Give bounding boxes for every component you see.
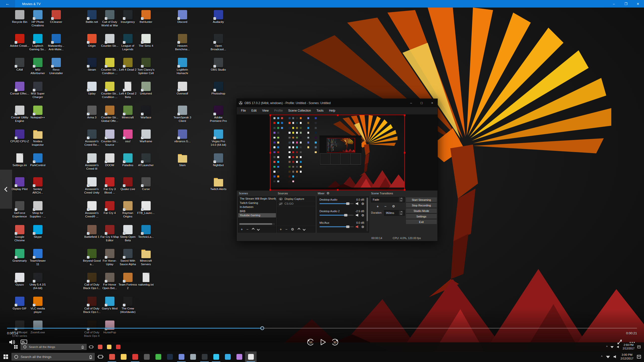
stop-recording-button[interactable]: Stop Recording — [406, 203, 437, 208]
skip-back-10-button[interactable]: 10 — [306, 338, 315, 346]
obs-menu-help[interactable]: Help — [326, 107, 338, 114]
desktop-icon[interactable]: ↗theHunter — [136, 10, 156, 24]
capture-resize-handle[interactable] — [269, 189, 271, 191]
desktop-icon[interactable]: ↗Call of Duty World at War — [100, 10, 119, 27]
close-button[interactable]: ✕ — [632, 0, 644, 8]
desktop-icon[interactable]: ↗Malwareby... Anti-Malw... — [46, 34, 66, 51]
taskbar-search-box[interactable]: Search all the things — [12, 353, 95, 360]
capture-resize-handle[interactable] — [404, 114, 406, 116]
speaker-icon[interactable] — [356, 214, 359, 217]
desktop-icon[interactable]: ↗Counter-Str... Source — [100, 129, 119, 147]
desktop-icon[interactable]: ↗Sword With Sauce Alpha — [118, 249, 138, 266]
source-item[interactable]: CS:GO — [277, 201, 315, 206]
taskbar-app-chrome[interactable] — [106, 351, 118, 362]
desktop-icon[interactable]: ↗Gyazo — [10, 273, 29, 287]
taskbar-app-discord[interactable] — [176, 351, 187, 362]
scene-item[interactable]: Twitch Gaming — [238, 201, 276, 205]
capture-resize-handle[interactable] — [404, 152, 406, 154]
source-properties-gear-button[interactable]: ⚙ — [291, 228, 294, 231]
desktop-icon[interactable]: ↗vibrance.G... — [173, 129, 192, 143]
desktop-icon[interactable]: ↗CAM — [10, 58, 29, 72]
desktop-icon[interactable]: ↗Sentey ARCH... — [28, 177, 48, 194]
fullscreen-button[interactable] — [616, 338, 623, 346]
desktop-icon[interactable]: ↗Grammarly — [10, 249, 29, 263]
volume-slider[interactable] — [319, 226, 354, 227]
taskbar-app-obs-studio[interactable] — [199, 351, 210, 362]
desktop-icon[interactable]: ↗LogMeIn Hamachi — [173, 58, 192, 75]
seek-bar[interactable] — [7, 326, 637, 330]
channel-gear-icon[interactable]: ⚙ — [361, 202, 364, 206]
obs-window[interactable]: OBS 17.0.2 (64bit, windows) - Profile: U… — [236, 99, 438, 241]
tray-chevron-up-icon[interactable]: ^ — [601, 355, 602, 358]
desktop-icon[interactable]: ↗ParkControl — [28, 153, 48, 167]
transition-spinner[interactable] — [399, 197, 403, 202]
taskbar-app-voicemeeter[interactable] — [129, 351, 141, 362]
duration-spinbox[interactable]: 950ms — [384, 210, 405, 216]
desktop-icon[interactable]: ↗Garry's Mod — [100, 297, 119, 310]
taskbar-app-teamspeak[interactable] — [187, 351, 199, 362]
desktop-icon[interactable]: ↗Left 4 Dead 2 — [118, 58, 138, 72]
scene-item[interactable]: The Stream Will Begin Shortly — [238, 197, 276, 201]
scene-item[interactable]: BRB — [238, 209, 276, 213]
obs-titlebar[interactable]: OBS 17.0.2 (64bit, windows) - Profile: U… — [237, 99, 437, 107]
back-button[interactable]: ← — [0, 0, 15, 8]
desktop-icon[interactable]: ↗Shop for Supplies - ... — [28, 201, 48, 218]
desktop-icon[interactable]: ↗Origin — [82, 34, 102, 48]
desktop-icon[interactable]: ↗Far Cry 4 — [100, 201, 119, 215]
remove-scene-button[interactable]: − — [246, 228, 248, 231]
obs-menu-view[interactable]: View — [259, 107, 271, 114]
desktop-icon[interactable]: ↗Photoshop — [209, 82, 228, 96]
volume-slider-handle[interactable] — [346, 202, 349, 205]
action-center-icon[interactable] — [637, 355, 641, 358]
desktop-icon[interactable]: ↗Steep Open Beta — [118, 225, 138, 242]
move-source-up-button[interactable] — [298, 228, 300, 231]
taskbar-app-premiere-pro[interactable] — [233, 351, 245, 362]
taskbar-app-geforce-experience[interactable] — [141, 351, 152, 362]
desktop-icon[interactable]: ↗Audacity — [209, 10, 228, 24]
capture-resize-handle[interactable] — [269, 114, 271, 116]
desktop-icon[interactable]: ↗Adobe Premiere Pro — [209, 106, 228, 123]
desktop-icon[interactable]: Settings.ini — [10, 153, 29, 167]
scenes-horizontal-scrollbar[interactable] — [239, 223, 275, 225]
closed-captions-button[interactable] — [20, 339, 28, 345]
desktop-icon[interactable]: ↗MSI Super Charger — [28, 82, 48, 99]
desktop-icon[interactable]: ↗Unity 5.4.1f1 (64-bit) — [28, 273, 48, 290]
desktop-icon[interactable]: ↗Battle.net — [82, 10, 102, 24]
desktop-icon[interactable]: ↗Far Cry 3 Blood ... — [100, 177, 119, 194]
desktop-icon[interactable]: ↗Arma 3 — [82, 106, 102, 119]
move-scene-up-button[interactable] — [252, 228, 255, 231]
desktop-icon[interactable]: ↗osu! — [118, 129, 138, 143]
desktop-icon[interactable]: ↗FTB_Launc... — [136, 201, 156, 215]
transition-type-dropdown[interactable]: Fade — [371, 197, 405, 202]
start-streaming-button[interactable]: Start Streaming — [406, 198, 437, 202]
desktop-icon[interactable]: ↗Corsair Effec... — [10, 82, 29, 96]
speaker-icon[interactable] — [356, 202, 359, 205]
desktop-icon[interactable]: ↗GeForce Experience — [10, 201, 29, 218]
desktop-icon[interactable]: ↗Logitech Gaming So... — [28, 34, 48, 51]
obs-preview-canvas[interactable] — [237, 114, 437, 191]
desktop-icon[interactable]: ↗Far Cry 4 Map Editor — [100, 225, 119, 242]
desktop-icon[interactable]: Minecraft Servers — [136, 249, 156, 266]
desktop-icon[interactable]: ↗Discord — [173, 10, 192, 24]
desktop-icon[interactable]: ↗Minecraft — [118, 106, 138, 119]
desktop-icon[interactable]: ↗Revo Uninstaller — [46, 58, 66, 75]
desktop-icon[interactable]: ↗Nightbot — [209, 153, 228, 167]
desktop-icon[interactable]: ↗Assassin's Creed Unity — [82, 177, 102, 194]
desktop-icon[interactable]: ↗Steam — [82, 58, 102, 72]
desktop-icon[interactable]: ↗Rayman Origins — [118, 201, 138, 218]
desktop-icon[interactable]: ↗Unturned — [136, 82, 156, 96]
desktop-icon[interactable]: ↗Corsair Utility Engine — [10, 106, 29, 123]
desktop-icon[interactable]: ↗Team Fortress 2 — [118, 273, 138, 290]
skip-forward-30-button[interactable]: 30 — [331, 338, 339, 346]
transition-properties-gear-button[interactable]: ⚙ — [392, 204, 395, 208]
obs-menu-file[interactable]: File — [238, 107, 249, 114]
desktop-icon[interactable]: ↗Left 4 Dead 2 Beta — [118, 82, 138, 99]
play-button[interactable] — [318, 338, 327, 346]
taskbar-app-razer-cortex[interactable] — [152, 351, 164, 362]
desktop-icon[interactable]: ↗Assassin's Creed Re... — [82, 129, 102, 147]
desktop-icon[interactable]: Slam — [173, 153, 192, 167]
taskbar-app-file-explorer[interactable] — [118, 351, 129, 362]
mixer-gear-icon[interactable]: ⚙ — [327, 191, 330, 195]
move-source-down-button[interactable] — [303, 228, 305, 231]
desktop-icon[interactable]: ↗League of Legends — [118, 34, 138, 51]
